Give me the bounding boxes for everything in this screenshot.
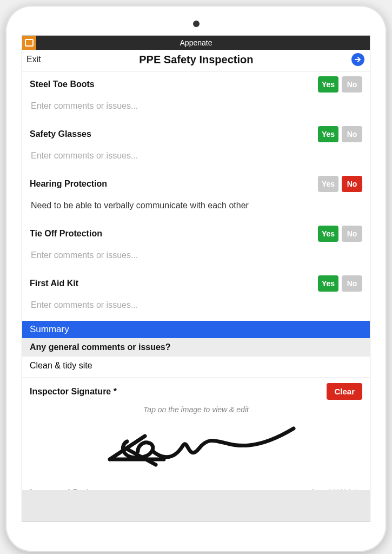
svg-rect-0: [25, 39, 33, 46]
comment-input[interactable]: [30, 148, 362, 168]
comment-input[interactable]: [30, 197, 362, 218]
screen: Appenate Exit PPE Safety Inspection Stee…: [22, 35, 370, 522]
signature-row: Inspector Signature * Clear: [22, 378, 370, 402]
checklist-item-label: First Aid Kit: [30, 279, 78, 288]
yes-button[interactable]: Yes: [318, 126, 338, 142]
arrow-right-icon: [354, 56, 362, 63]
signature-canvas[interactable]: [22, 416, 370, 481]
yes-button[interactable]: Yes: [318, 76, 338, 93]
no-button[interactable]: No: [342, 226, 362, 242]
yes-button[interactable]: Yes: [318, 226, 338, 242]
next-arrow-button[interactable]: [351, 53, 364, 66]
yes-no-group: YesNo: [318, 275, 362, 292]
yes-button[interactable]: Yes: [318, 275, 338, 292]
checklist-item-row: Hearing ProtectionYesNo: [22, 172, 370, 195]
checklist-item-row: Safety GlassesYesNo: [22, 122, 370, 146]
comment-input[interactable]: [30, 297, 362, 318]
checklist-item-row: Tie Off ProtectionYesNo: [22, 221, 370, 245]
no-button[interactable]: No: [342, 76, 362, 93]
no-button[interactable]: No: [342, 275, 362, 292]
checklist-item-row: First Aid KitYesNo: [22, 271, 370, 295]
app-name: Appenate: [180, 38, 212, 47]
tablet-frame: Appenate Exit PPE Safety Inspection Stee…: [5, 5, 387, 552]
yes-no-group: YesNo: [318, 226, 362, 242]
no-button[interactable]: No: [342, 176, 362, 192]
comment-input[interactable]: [30, 247, 362, 268]
comment-input[interactable]: [30, 98, 362, 118]
yes-no-group: YesNo: [318, 176, 362, 192]
camera-dot: [193, 21, 200, 27]
signature-hint: Tap on the image to view & edit: [22, 402, 370, 416]
checklist-item-label: Steel Toe Boots: [30, 80, 95, 89]
app-logo-icon: [22, 36, 36, 50]
general-question: Any general comments or issues?: [22, 338, 370, 357]
no-button[interactable]: No: [342, 126, 362, 142]
app-top-bar: Appenate: [22, 36, 370, 50]
title-bar: Exit PPE Safety Inspection: [22, 50, 370, 72]
checklist-item-row: Steel Toe BootsYesNo: [22, 72, 370, 96]
checklist-item-label: Hearing Protection: [30, 179, 107, 189]
yes-no-group: YesNo: [318, 126, 362, 142]
page-title: PPE Safety Inspection: [139, 54, 253, 66]
footer-bar: [22, 490, 370, 522]
yes-no-group: YesNo: [318, 76, 362, 93]
yes-button[interactable]: Yes: [318, 176, 338, 192]
signature-icon: [94, 419, 299, 478]
checklist-item-label: Safety Glasses: [30, 129, 91, 139]
signature-label: Inspector Signature *: [30, 387, 117, 397]
clear-signature-button[interactable]: Clear: [327, 383, 362, 400]
checklist-item-label: Tie Off Protection: [30, 229, 102, 239]
general-comment-value[interactable]: Clean & tidy site: [22, 357, 370, 378]
form-content: Steel Toe BootsYesNoSafety GlassesYesNoH…: [22, 72, 370, 490]
inspected-by-row: Inspected By * Arnold Wright: [22, 481, 370, 490]
exit-button[interactable]: Exit: [26, 55, 41, 64]
summary-header: Summary: [22, 321, 370, 338]
